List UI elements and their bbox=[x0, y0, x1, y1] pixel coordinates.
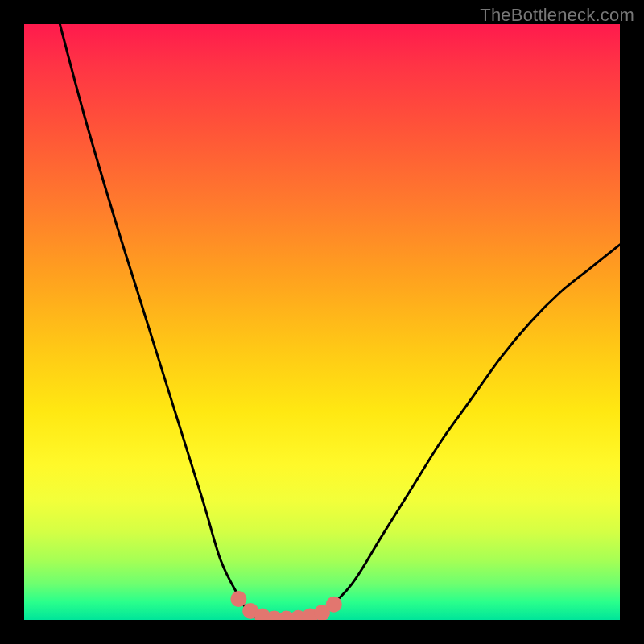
trough-markers bbox=[230, 591, 341, 620]
trough-marker bbox=[326, 597, 342, 613]
chart-svg bbox=[24, 24, 620, 620]
outer-frame: TheBottleneck.com bbox=[0, 0, 644, 644]
bottleneck-curve bbox=[60, 24, 620, 620]
plot-area bbox=[24, 24, 620, 620]
watermark-text: TheBottleneck.com bbox=[480, 5, 634, 26]
trough-marker bbox=[230, 591, 246, 607]
